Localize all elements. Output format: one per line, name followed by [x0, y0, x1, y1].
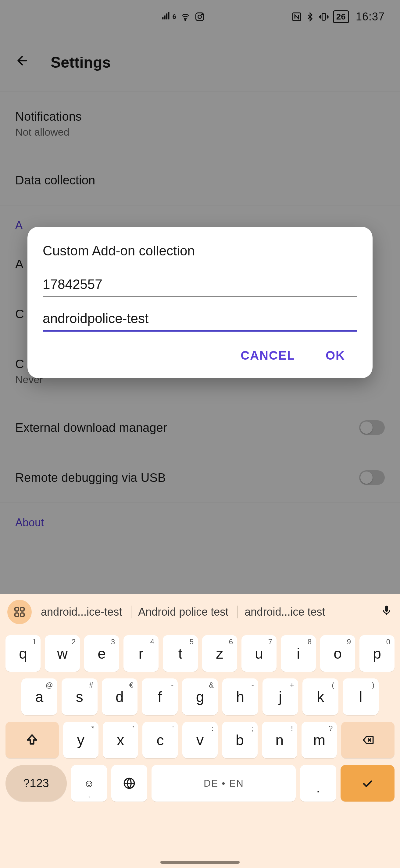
collection-id-wrap: [43, 271, 357, 297]
key-i[interactable]: i8: [281, 635, 316, 672]
key-f[interactable]: f-: [142, 678, 178, 715]
suggestion-3[interactable]: android...ice test: [238, 606, 329, 618]
key-g[interactable]: g&: [182, 678, 218, 715]
key-j[interactable]: j+: [263, 678, 299, 715]
dialog-buttons: CANCEL OK: [43, 344, 357, 367]
suggestion-1[interactable]: android...ice-test: [37, 606, 126, 618]
key-k[interactable]: k(: [302, 678, 338, 715]
addon-collection-dialog: Custom Add-on collection CANCEL OK: [27, 227, 373, 378]
ok-button[interactable]: OK: [319, 344, 351, 367]
key-row-3: y*x"c'v:b;n!m?: [5, 722, 395, 758]
key-z[interactable]: z6: [202, 635, 237, 672]
key-row-2: a@s#d€f-g&h-j+k(l): [5, 678, 395, 715]
key-l[interactable]: l): [343, 678, 379, 715]
svg-rect-8: [15, 613, 19, 617]
cancel-button[interactable]: CANCEL: [235, 344, 301, 367]
key-row-4: ?123 ☺ , DE • EN .: [5, 765, 395, 802]
nav-handle[interactable]: [160, 861, 240, 864]
soft-keyboard: android...ice-test Android police test a…: [0, 594, 400, 868]
collection-name-wrap: [43, 305, 357, 332]
svg-rect-7: [21, 608, 24, 611]
suggestion-2[interactable]: Android police test: [131, 606, 232, 618]
backspace-key[interactable]: [341, 722, 395, 758]
enter-key[interactable]: [341, 765, 395, 802]
key-w[interactable]: w2: [45, 635, 80, 672]
mic-icon[interactable]: [380, 604, 393, 620]
suggestion-bar: android...ice-test Android police test a…: [0, 594, 400, 630]
dialog-title: Custom Add-on collection: [43, 243, 357, 258]
key-s[interactable]: s#: [62, 678, 98, 715]
key-b[interactable]: b;: [222, 722, 257, 758]
key-c[interactable]: c': [143, 722, 178, 758]
key-a[interactable]: a@: [21, 678, 57, 715]
key-row-1: q1w2e3r4t5z6u7i8o9p0: [5, 635, 395, 672]
period-key[interactable]: .: [300, 765, 336, 802]
key-h[interactable]: h-: [222, 678, 258, 715]
key-e[interactable]: e3: [84, 635, 119, 672]
key-r[interactable]: r4: [123, 635, 158, 672]
key-q[interactable]: q1: [5, 635, 40, 672]
key-o[interactable]: o9: [320, 635, 355, 672]
key-d[interactable]: d€: [102, 678, 138, 715]
key-u[interactable]: u7: [242, 635, 277, 672]
key-x[interactable]: x": [103, 722, 138, 758]
apps-icon[interactable]: [7, 600, 32, 624]
key-t[interactable]: t5: [163, 635, 198, 672]
svg-rect-6: [15, 608, 19, 611]
emoji-key[interactable]: ☺ ,: [71, 765, 107, 802]
key-rows: q1w2e3r4t5z6u7i8o9p0 a@s#d€f-g&h-j+k(l) …: [0, 630, 400, 868]
key-n[interactable]: n!: [262, 722, 297, 758]
svg-rect-9: [21, 613, 24, 617]
key-p[interactable]: p0: [360, 635, 395, 672]
symbols-key[interactable]: ?123: [5, 765, 67, 802]
key-m[interactable]: m?: [302, 722, 337, 758]
key-v[interactable]: v:: [182, 722, 218, 758]
globe-key[interactable]: [111, 765, 147, 802]
collection-name-field[interactable]: [43, 305, 357, 332]
shift-key[interactable]: [5, 722, 59, 758]
space-key[interactable]: DE • EN: [152, 765, 296, 802]
key-y[interactable]: y*: [63, 722, 98, 758]
collection-id-field[interactable]: [43, 271, 357, 297]
